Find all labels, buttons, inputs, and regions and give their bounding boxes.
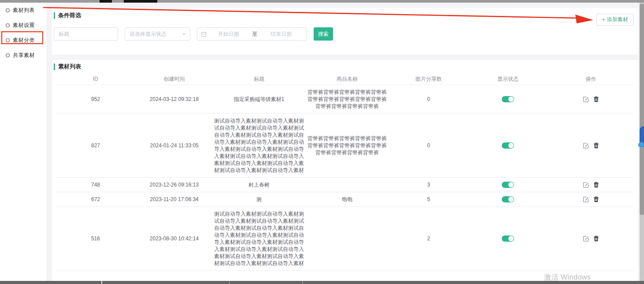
visibility-toggle[interactable] <box>502 196 514 202</box>
cell-product-name <box>305 181 389 188</box>
table-row: 952 2024-03-12 09:32:18 指定采购端等级素材1 背带裤背带… <box>56 85 634 114</box>
cell-id: 516 <box>56 232 136 246</box>
cell-share-count: 0 <box>389 138 468 153</box>
add-material-label: 添加素材 <box>607 16 628 23</box>
cropped-top-window-strip <box>0 0 644 3</box>
sidebar-item-shared-material[interactable]: 共享素材 <box>0 50 47 60</box>
cell-created-time: 2023-08-30 10:42:14 <box>136 232 213 246</box>
cell-title: 测试自动导入素材测试自动导入素材测试自动导入素材测试自动导入素材测试自动导入素材… <box>213 114 305 177</box>
add-material-button[interactable]: + 添加素材 <box>596 14 633 26</box>
calendar-icon <box>201 31 207 37</box>
cell-product-name: 饱饱 <box>305 192 389 206</box>
sidebar-item-label: 素材设置 <box>13 22 35 29</box>
circle-icon <box>6 38 10 42</box>
edit-icon[interactable] <box>583 196 589 202</box>
table-row: 516 2023-08-30 10:42:14 测试自动导入素材测试自动导入素材… <box>56 207 634 271</box>
cell-share-count: 5 <box>389 192 468 206</box>
visibility-toggle[interactable] <box>502 235 514 242</box>
section-accent-bar <box>54 64 55 70</box>
visibility-toggle[interactable] <box>502 142 514 149</box>
visibility-toggle[interactable] <box>502 182 514 188</box>
end-date-placeholder: 结束日期 <box>259 30 303 38</box>
cell-actions <box>548 93 634 106</box>
chevron-down-icon <box>182 32 186 36</box>
cell-share-count: 3 <box>389 178 468 192</box>
start-date-placeholder: 开始日期 <box>207 30 251 38</box>
display-status-select[interactable]: 请选择显示状态 <box>125 27 190 41</box>
cell-id: 827 <box>56 138 136 153</box>
cell-display-status <box>468 178 548 191</box>
cell-id: 672 <box>56 192 136 206</box>
table-row: 748 2023-12-26 09:16:13 村上春树 3 <box>56 178 634 192</box>
cell-display-status <box>468 232 548 245</box>
column-header: 显示状态 <box>468 74 548 84</box>
section-accent-bar <box>54 12 55 19</box>
sidebar-item-label: 素材分类 <box>13 37 35 44</box>
sidebar-item-label: 共享素材 <box>13 52 35 59</box>
trash-icon[interactable] <box>593 196 599 202</box>
plus-icon: + <box>602 17 605 22</box>
cell-actions <box>548 178 634 191</box>
cell-title: 测 <box>213 192 305 206</box>
sidebar: 素材列表 素材设置 素材分类 共享素材 <box>0 3 47 281</box>
scrollbar-thumb[interactable] <box>640 4 644 215</box>
circle-icon <box>6 23 10 27</box>
column-header: 创建时间 <box>136 74 213 84</box>
cell-display-status <box>468 193 548 206</box>
table-row: 672 2023-11-20 17:06:34 测 饱饱 5 <box>56 192 634 207</box>
cell-product-name: 背带裤背带裤背带裤背带裤背带裤背带裤背带裤背带裤背带裤背带裤背带裤背带裤背带裤背… <box>305 85 389 113</box>
app-screen: 素材列表 素材设置 素材分类 共享素材 条件筛选 + 添加素材 请选择显示状态 <box>0 0 644 284</box>
date-range-picker[interactable]: 开始日期 至 结束日期 <box>197 27 307 41</box>
cell-created-time: 2023-12-26 09:16:13 <box>136 178 213 192</box>
edit-icon[interactable] <box>583 96 589 102</box>
table-body: 952 2024-03-12 09:32:18 指定采购端等级素材1 背带裤背带… <box>56 85 634 271</box>
cell-id: 748 <box>56 178 136 192</box>
cell-created-time: 2024-03-12 09:32:18 <box>136 92 213 106</box>
column-header: 图片分享数 <box>389 74 468 84</box>
cell-title: 测试自动导入素材测试自动导入素材测试自动导入素材测试自动导入素材测试自动导入素材… <box>213 207 305 270</box>
table-section-header: 素材列表 <box>54 63 81 71</box>
trash-icon[interactable] <box>593 96 599 102</box>
filter-section-title: 条件筛选 <box>58 11 81 19</box>
visibility-toggle[interactable] <box>502 96 514 102</box>
sidebar-item-material-list[interactable]: 素材列表 <box>0 5 47 15</box>
cell-created-time: 2024-01-24 11:33:05 <box>136 138 213 153</box>
display-status-placeholder: 请选择显示状态 <box>130 30 182 38</box>
cell-id: 952 <box>56 92 136 106</box>
sidebar-item-material-category[interactable]: 素材分类 <box>0 35 47 45</box>
filter-section-header: 条件筛选 <box>54 11 81 19</box>
cell-actions <box>548 232 634 245</box>
column-header: 标题 <box>213 74 305 84</box>
edit-icon[interactable] <box>583 182 589 188</box>
cell-actions <box>548 193 634 206</box>
cell-display-status <box>468 139 548 152</box>
search-button[interactable]: 搜索 <box>314 27 333 41</box>
edit-icon[interactable] <box>583 142 589 149</box>
material-table: ID创建时间标题商品名称图片分享数显示状态操作 952 2024-03-12 0… <box>56 73 634 271</box>
cropped-bottom-window-strip <box>0 281 644 284</box>
cell-share-count: 0 <box>389 92 468 106</box>
table-header-row: ID创建时间标题商品名称图片分享数显示状态操作 <box>56 73 634 85</box>
cell-actions <box>548 139 634 152</box>
column-header: 操作 <box>548 74 634 84</box>
cell-product-name: 背带裤背带裤背带裤背带裤背带裤背带裤背带裤背带裤背带裤背带裤背带裤背带裤背带裤背… <box>305 131 389 160</box>
title-input[interactable] <box>54 27 118 41</box>
filter-card: 条件筛选 + 添加素材 请选择显示状态 开始日期 至 结束日期 搜索 <box>52 8 638 55</box>
widget-dot-icon <box>638 142 644 148</box>
cropped-text-fragment <box>100 0 112 3</box>
edit-icon[interactable] <box>583 235 589 242</box>
floating-widget-handle[interactable] <box>640 127 644 147</box>
table-row: 827 2024-01-24 11:33:05 测试自动导入素材测试自动导入素材… <box>56 114 634 178</box>
cell-share-count: 2 <box>389 232 468 246</box>
trash-icon[interactable] <box>593 182 599 188</box>
cell-product-name <box>305 235 389 242</box>
cell-display-status <box>468 93 548 106</box>
column-header: ID <box>56 74 136 84</box>
trash-icon[interactable] <box>593 235 599 242</box>
cropped-text-fragment <box>124 0 157 3</box>
sidebar-item-material-settings[interactable]: 素材设置 <box>0 20 47 30</box>
cell-title: 村上春树 <box>213 178 305 192</box>
date-range-separator: 至 <box>251 30 259 38</box>
trash-icon[interactable] <box>593 142 599 149</box>
sidebar-item-label: 素材列表 <box>13 7 35 14</box>
